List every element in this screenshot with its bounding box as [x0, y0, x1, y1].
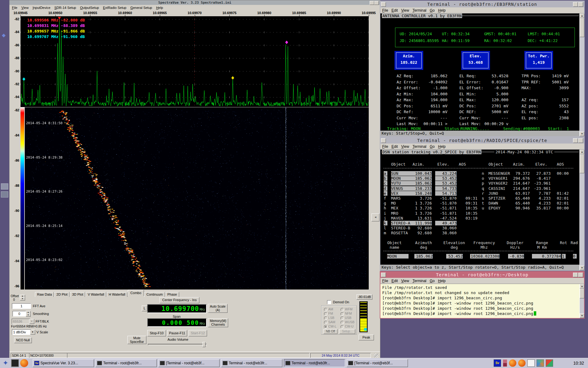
menu-item-help[interactable]: Help: [438, 8, 446, 13]
fft-blk-dropdown-arrow[interactable]: ▼: [29, 319, 34, 324]
tab-combo[interactable]: Combo: [128, 290, 144, 296]
radio-am[interactable]: [324, 308, 327, 311]
menu-item-go[interactable]: Go: [430, 144, 435, 149]
menu-item-view[interactable]: View: [21, 6, 29, 10]
scrollbar-thumb[interactable]: [580, 18, 584, 37]
object-key[interactable]: e: [384, 191, 387, 196]
object-key[interactable]: u: [482, 206, 485, 210]
maximize-button[interactable]: [573, 273, 578, 277]
object-key[interactable]: c: [384, 181, 387, 186]
desktop-icon[interactable]: ◆: [2, 33, 7, 38]
peak-button[interactable]: Peak: [359, 335, 374, 340]
window-menu-button[interactable]: [381, 2, 386, 7]
taskbar-task[interactable]: [Terminal - root@eb3f...: [347, 359, 408, 367]
tray-app-icon[interactable]: [537, 359, 544, 367]
scrollbar[interactable]: ▲ ▼: [579, 13, 584, 136]
radio-cw-l[interactable]: [324, 325, 327, 328]
maximize-button[interactable]: [374, 1, 379, 5]
scroll-up-icon[interactable]: ▲: [580, 150, 584, 154]
span-display[interactable]: 0.000 500 MHz: [147, 318, 207, 327]
menu-item-file[interactable]: File: [382, 8, 388, 13]
pause-button[interactable]: Pause-F11: [167, 330, 187, 336]
menu-item-view[interactable]: View: [401, 144, 409, 149]
taskbar-task[interactable]: SvSpectraVue Ver. 3.23...: [33, 359, 94, 367]
pager-workspace[interactable]: [503, 360, 507, 363]
radio-wusb[interactable]: [341, 321, 344, 324]
firefox-launcher-icon[interactable]: [20, 359, 28, 367]
nco-null-button[interactable]: NCO Null: [14, 337, 32, 343]
app-menu-icon[interactable]: ✦: [2, 359, 9, 367]
audio-volume-slider[interactable]: [148, 344, 207, 345]
waterfall-display[interactable]: [25, 107, 369, 289]
window-menu-button[interactable]: [381, 273, 386, 277]
menu-item-terminal[interactable]: Terminal: [413, 144, 426, 149]
tab-raw-data[interactable]: Raw Data: [35, 292, 54, 297]
radio-usb[interactable]: [341, 316, 344, 320]
stop-button[interactable]: Stop-F10: [147, 330, 166, 336]
tray-wine-icon[interactable]: [546, 359, 553, 367]
radio-nfm[interactable]: [341, 312, 344, 316]
menu-item-go[interactable]: Go: [430, 8, 435, 13]
terminal-content[interactable]: ANTENNA CONTROLLER v0.1 by EB3FRN UD: 20…: [380, 13, 580, 136]
scroll-down-icon[interactable]: ▼: [580, 266, 584, 270]
mute-button[interactable]: Mute SpaceBar: [127, 336, 146, 344]
object-key[interactable]: n: [482, 171, 485, 176]
auto-scale-button[interactable]: Auto Scale (A): [208, 304, 228, 313]
scroll-up-icon[interactable]: ▲: [580, 284, 584, 289]
desktop-icon[interactable]: [1, 183, 8, 190]
v-scale-dropdown-arrow[interactable]: ▼: [30, 330, 35, 335]
tray-window-icon[interactable]: [527, 359, 535, 367]
object-key[interactable]: l: [384, 226, 387, 230]
offset-spin-down[interactable]: ▼: [20, 297, 25, 301]
scroll-up-icon[interactable]: ▲: [580, 13, 584, 18]
object-key[interactable]: m: [384, 231, 387, 235]
object-key[interactable]: d: [384, 186, 387, 191]
panel-handle[interactable]: ◄: [371, 213, 379, 221]
tab-v-waterfall[interactable]: V Waterfall: [85, 292, 106, 297]
object-key[interactable]: b: [384, 176, 387, 181]
v-scale-dropdown[interactable]: 1 dB/Div: [12, 329, 31, 335]
window-menu-button[interactable]: [381, 138, 386, 143]
menu-item-outputsetup[interactable]: OutputSetup: [80, 6, 99, 10]
setup-button[interactable]: Setup...: [339, 329, 355, 334]
object-key[interactable]: t: [482, 201, 485, 205]
center-frequency-display[interactable]: 10.699700 MHz: [147, 304, 207, 313]
desktop-icon[interactable]: [1, 191, 8, 197]
menu-item-edit[interactable]: Edit: [391, 144, 398, 149]
menu-item-view[interactable]: View: [401, 279, 409, 283]
object-key[interactable]: i: [384, 211, 387, 216]
menu-item-inputdevice[interactable]: InputDevice: [32, 6, 50, 10]
scroll-down-icon[interactable]: ▼: [580, 132, 584, 136]
radio-lsb[interactable]: [324, 316, 327, 320]
object-key[interactable]: k: [384, 221, 387, 225]
terminal-launcher-icon[interactable]: [11, 359, 19, 367]
tab-h-waterfall[interactable]: H Waterfall: [107, 292, 127, 297]
maximize-button[interactable]: [573, 138, 578, 143]
tab-phase[interactable]: Phase: [165, 292, 179, 297]
resize-grip[interactable]: [374, 354, 378, 357]
workspace-pager[interactable]: [503, 359, 507, 367]
demod-on-checkbox[interactable]: [327, 300, 331, 304]
scrollbar[interactable]: ▲ ▼: [579, 284, 584, 318]
fft-ave-input[interactable]: 1: [12, 303, 31, 309]
nb-button[interactable]: NB Off: [323, 329, 337, 334]
taskbar-task[interactable]: Terminal - root@eb3fr...: [284, 359, 345, 367]
clock[interactable]: 10:32: [573, 361, 584, 366]
menu-item-extradio-setup[interactable]: ExtRadio Setup: [103, 6, 126, 10]
close-button[interactable]: [578, 138, 583, 143]
fft-blk-dropdown[interactable]: 65536: [12, 319, 30, 324]
menu-item-edit[interactable]: Edit: [391, 279, 398, 283]
object-key[interactable]: q: [482, 186, 485, 191]
close-button[interactable]: [578, 273, 583, 277]
menu-item-help[interactable]: Help: [156, 6, 163, 10]
menu-item-file[interactable]: File: [382, 279, 388, 283]
menu-item-terminal[interactable]: Terminal: [413, 279, 426, 283]
object-key[interactable]: a: [384, 171, 387, 176]
minimize-button[interactable]: [370, 1, 374, 5]
object-key[interactable]: f: [384, 196, 387, 201]
scrollbar[interactable]: ▲ ▼: [579, 150, 584, 270]
menu-item-general-setup[interactable]: General Setup: [130, 6, 152, 10]
object-key[interactable]: p: [482, 181, 485, 186]
audio-volume-handle[interactable]: [202, 342, 205, 347]
smoothing-input[interactable]: 0: [13, 311, 26, 316]
